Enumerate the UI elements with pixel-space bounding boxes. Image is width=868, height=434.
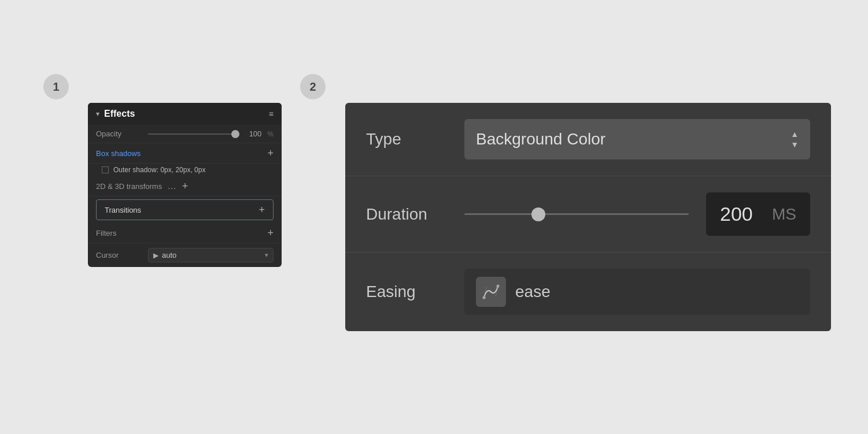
cursor-arrow-icon: ▶ bbox=[153, 251, 158, 259]
step-badge-2-label: 2 bbox=[309, 80, 316, 94]
transitions-label: Transitions bbox=[105, 206, 258, 214]
box-shadows-row: Box shadows + bbox=[88, 143, 282, 164]
duration-slider[interactable] bbox=[464, 213, 689, 215]
duration-slider-thumb[interactable] bbox=[531, 207, 545, 221]
type-section-label: Type bbox=[366, 130, 447, 149]
transforms-row: 2D & 3D transforms ... + bbox=[88, 176, 282, 196]
opacity-percent: % bbox=[267, 130, 274, 138]
cursor-dropdown-icon: ▾ bbox=[265, 251, 268, 259]
easing-section: Easing ease bbox=[345, 253, 831, 331]
cursor-value: auto bbox=[162, 251, 265, 259]
transitions-row[interactable]: Transitions + bbox=[96, 199, 274, 220]
opacity-label: Opacity bbox=[96, 129, 142, 138]
box-shadows-label[interactable]: Box shadows bbox=[96, 149, 261, 158]
transitions-add-button[interactable]: + bbox=[258, 205, 265, 215]
filters-add-button[interactable]: + bbox=[267, 228, 274, 238]
filters-label: Filters bbox=[96, 229, 142, 238]
transitions-container: Transitions + bbox=[88, 196, 282, 223]
arrow-up-icon: ▲ bbox=[791, 129, 799, 139]
box-shadows-add-button[interactable]: + bbox=[267, 148, 274, 158]
chevron-down-icon[interactable]: ▾ bbox=[96, 110, 99, 118]
duration-value: 200 bbox=[720, 203, 753, 225]
easing-curve-icon bbox=[482, 283, 500, 301]
duration-unit: MS bbox=[772, 205, 796, 224]
transition-editor-panel: Type Background Color ▲ ▼ Duration 200 M… bbox=[345, 103, 831, 331]
effects-panel: ▾ Effects ≡ Opacity 100 % Box shadows + … bbox=[88, 103, 282, 267]
opacity-value: 100 bbox=[245, 129, 261, 138]
step-badge-2: 2 bbox=[300, 74, 326, 99]
opacity-row: Opacity 100 % bbox=[88, 125, 282, 143]
effects-panel-header: ▾ Effects ≡ bbox=[88, 103, 282, 125]
easing-value: ease bbox=[515, 283, 551, 301]
opacity-slider-thumb[interactable] bbox=[231, 130, 239, 138]
type-select-arrows: ▲ ▼ bbox=[791, 129, 799, 149]
easing-selector[interactable]: ease bbox=[464, 269, 810, 315]
duration-input-box[interactable]: 200 MS bbox=[706, 192, 810, 236]
transforms-add-button[interactable]: + bbox=[182, 181, 189, 191]
transforms-more-button[interactable]: ... bbox=[168, 181, 176, 191]
type-select-dropdown[interactable]: Background Color ▲ ▼ bbox=[464, 119, 810, 159]
shadow-checkbox[interactable] bbox=[102, 166, 109, 173]
shadow-text: Outer shadow: 0px, 20px, 0px bbox=[113, 166, 205, 174]
cursor-row: Cursor ▶ auto ▾ bbox=[88, 243, 282, 267]
easing-section-label: Easing bbox=[366, 283, 447, 301]
type-section: Type Background Color ▲ ▼ bbox=[345, 103, 831, 176]
box-shadow-item: Outer shadow: 0px, 20px, 0px bbox=[88, 164, 282, 176]
effects-header-left: ▾ Effects bbox=[96, 109, 135, 119]
filters-row: Filters + bbox=[88, 223, 282, 243]
cursor-select[interactable]: ▶ auto ▾ bbox=[148, 248, 274, 262]
step-badge-1: 1 bbox=[43, 74, 69, 99]
effects-title: Effects bbox=[104, 109, 135, 119]
step-badge-1-label: 1 bbox=[53, 80, 59, 94]
easing-icon-box bbox=[476, 277, 506, 307]
cursor-label: Cursor bbox=[96, 251, 142, 259]
duration-section: Duration 200 MS bbox=[345, 176, 831, 253]
transforms-label: 2D & 3D transforms bbox=[96, 182, 162, 191]
duration-section-label: Duration bbox=[366, 205, 447, 224]
opacity-slider-track[interactable] bbox=[148, 133, 239, 135]
type-select-value: Background Color bbox=[476, 130, 605, 149]
arrow-down-icon: ▼ bbox=[791, 140, 799, 149]
effects-header-icon: ≡ bbox=[269, 109, 274, 118]
